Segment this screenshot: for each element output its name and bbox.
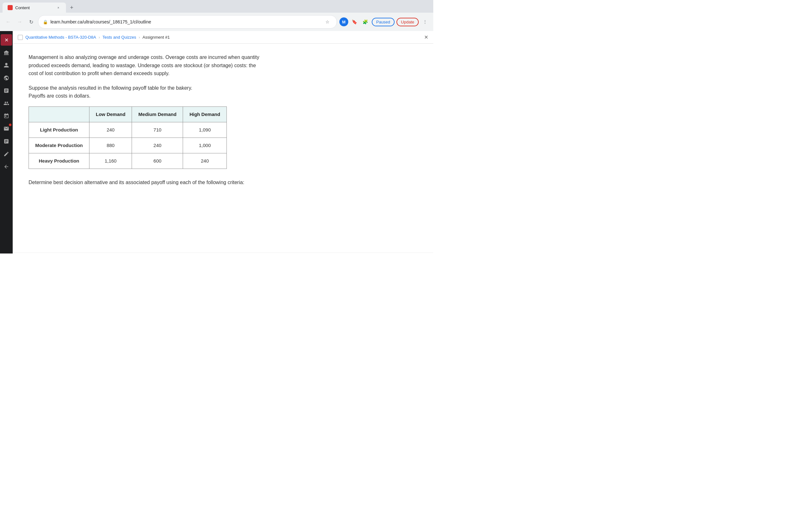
sidebar-item-calendar[interactable] <box>1 110 12 122</box>
breadcrumb-bar: Quantitative Methods - BSTA-320-D8A › Te… <box>13 31 433 44</box>
table-header-medium-demand: Medium Demand <box>132 107 183 122</box>
paragraph-determine: Determine best decision alternative and … <box>29 178 260 187</box>
url-text: learn.humber.ca/ultra/courses/_186175_1/… <box>50 19 321 24</box>
update-label: Update <box>401 20 414 24</box>
table-header-low-demand: Low Demand <box>90 107 132 122</box>
breadcrumb-sep-2: › <box>139 35 140 40</box>
cell-light-medium: 710 <box>132 122 183 137</box>
row-label-light: Light Production <box>29 122 90 137</box>
main-content: Management is also analyzing overage and… <box>13 44 433 252</box>
sidebar-item-groups[interactable] <box>1 98 12 109</box>
profile-button[interactable]: M <box>339 17 348 26</box>
table-row: Moderate Production 880 240 1,000 <box>29 137 227 153</box>
table-row: Heavy Production 1,160 600 240 <box>29 153 227 169</box>
table-row: Light Production 240 710 1,090 <box>29 122 227 137</box>
sidebar-item-institution[interactable] <box>1 47 12 58</box>
cell-heavy-medium: 600 <box>132 153 183 169</box>
sidebar-item-reports[interactable] <box>1 135 12 147</box>
breadcrumb-course[interactable]: Quantitative Methods - BSTA-320-D8A <box>26 35 96 40</box>
new-tab-button[interactable]: + <box>67 3 76 12</box>
puzzle-icon[interactable]: 🧩 <box>361 17 370 26</box>
breadcrumb-section[interactable]: Tests and Quizzes <box>102 35 136 40</box>
paused-button[interactable]: Paused <box>372 18 395 26</box>
cell-heavy-low: 1,160 <box>90 153 132 169</box>
sidebar-item-content[interactable] <box>1 85 12 96</box>
breadcrumb-sep-1: › <box>99 35 100 40</box>
paragraph-payoff-line2: Payoffs are costs in dollars. <box>29 93 90 99</box>
tab-title: Content <box>15 5 53 10</box>
content-area: Quantitative Methods - BSTA-320-D8A › Te… <box>13 31 433 253</box>
table-header-empty <box>29 107 90 122</box>
select-checkbox[interactable] <box>18 35 23 40</box>
sidebar-item-edit[interactable] <box>1 148 12 160</box>
cell-moderate-low: 880 <box>90 137 132 153</box>
update-button[interactable]: Update <box>397 18 419 26</box>
paragraph-overage: Management is also analyzing overage and… <box>29 53 260 78</box>
table-header-high-demand: High Demand <box>183 107 227 122</box>
address-bar[interactable]: 🔒 learn.humber.ca/ultra/courses/_186175_… <box>38 15 337 29</box>
browser-toolbar: ← → ↻ 🔒 learn.humber.ca/ultra/courses/_1… <box>0 13 433 31</box>
breadcrumb-assignment: Assignment #1 <box>142 35 170 40</box>
extension-icon[interactable]: 🔖 <box>350 17 359 26</box>
tab-bar: Content × + <box>0 0 433 13</box>
bookmark-icon[interactable]: ☆ <box>323 17 332 26</box>
content-text-area: Management is also analyzing overage and… <box>29 53 260 187</box>
tab-close-button[interactable]: × <box>56 5 61 10</box>
sidebar: ✕ <box>0 31 13 253</box>
sidebar-item-messages[interactable] <box>1 123 12 134</box>
reload-button[interactable]: ↻ <box>27 17 36 26</box>
app-container: ✕ <box>0 31 433 253</box>
tab-favicon <box>8 5 13 10</box>
cell-moderate-medium: 240 <box>132 137 183 153</box>
active-tab[interactable]: Content × <box>3 3 66 13</box>
row-label-moderate: Moderate Production <box>29 137 90 153</box>
paragraph-payoff-line1: Suppose the analysis resulted in the fol… <box>29 85 192 91</box>
paragraph-payoff-intro: Suppose the analysis resulted in the fol… <box>29 84 260 100</box>
menu-button[interactable]: ⋮ <box>420 17 429 26</box>
footer: Priva... Term... <box>13 252 433 253</box>
sidebar-close-button[interactable]: ✕ <box>1 34 12 46</box>
toolbar-actions: M 🔖 🧩 Paused Update ⋮ <box>339 17 429 26</box>
cell-light-high: 1,090 <box>183 122 227 137</box>
sidebar-item-back[interactable] <box>1 161 12 172</box>
breadcrumb-close-button[interactable]: ✕ <box>424 34 428 40</box>
browser-chrome: Content × + ← → ↻ 🔒 learn.humber.ca/ultr… <box>0 0 433 31</box>
paused-label: Paused <box>376 20 390 24</box>
cell-heavy-high: 240 <box>183 153 227 169</box>
sidebar-item-profile[interactable] <box>1 60 12 71</box>
cell-light-low: 240 <box>90 122 132 137</box>
cell-moderate-high: 1,000 <box>183 137 227 153</box>
payoff-table-wrapper: Low Demand Medium Demand High Demand Lig… <box>29 107 260 169</box>
sidebar-item-global[interactable] <box>1 72 12 83</box>
payoff-table: Low Demand Medium Demand High Demand Lig… <box>29 107 227 169</box>
back-button[interactable]: ← <box>4 17 13 26</box>
row-label-heavy: Heavy Production <box>29 153 90 169</box>
lock-icon: 🔒 <box>43 20 48 24</box>
forward-button[interactable]: → <box>15 17 24 26</box>
